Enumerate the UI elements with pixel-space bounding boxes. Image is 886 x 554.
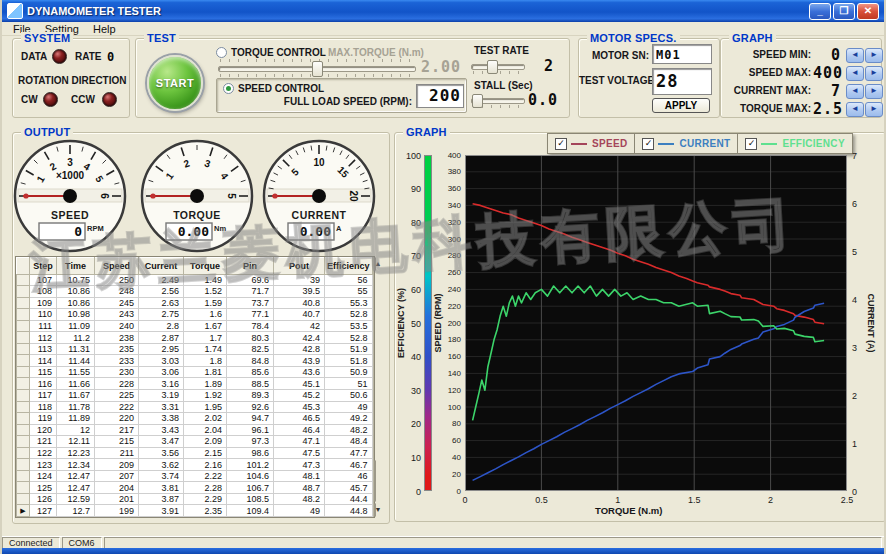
table-row[interactable]: ▶12712.71993.912.35109.44944.8 xyxy=(17,505,373,517)
table-cell: 12.59 xyxy=(57,493,95,505)
table-cell: 11.44 xyxy=(57,355,95,367)
torque-control-radio[interactable] xyxy=(216,47,227,58)
column-header-efficiency[interactable]: Efficiency xyxy=(325,258,373,275)
table-cell: 89.3 xyxy=(227,389,274,401)
table-row[interactable]: 10710.752502.491.4969.63956 xyxy=(17,274,373,286)
table-row[interactable]: 11811.782223.311.9592.645.349 xyxy=(17,401,373,413)
table-row[interactable]: 11010.982432.751.677.140.752.8 xyxy=(17,309,373,321)
table-row[interactable]: 10910.862452.631.5973.740.855.3 xyxy=(17,297,373,309)
menu-help[interactable]: Help xyxy=(86,23,123,35)
stall-slider-thumb[interactable] xyxy=(472,94,483,108)
table-cell: 3.31 xyxy=(139,401,184,413)
spinner-right-arrow[interactable]: ► xyxy=(865,84,883,99)
spinner-left-arrow[interactable]: ◄ xyxy=(846,48,864,63)
axis-tick-label: 240 xyxy=(441,285,461,294)
column-header-pin[interactable]: Pin xyxy=(227,258,274,275)
scroll-up-arrow[interactable]: ▲ xyxy=(374,257,376,271)
legend-checkbox-current[interactable]: ✓ xyxy=(642,138,654,150)
test-rate-slider-thumb[interactable] xyxy=(487,60,498,74)
table-cell: 85.6 xyxy=(227,366,274,378)
table-cell: 222 xyxy=(95,401,139,413)
table-cell: 2.75 xyxy=(139,309,184,321)
graph-settings-group-label: GRAPH xyxy=(729,32,776,44)
svg-text:0: 0 xyxy=(74,224,82,239)
row-selector xyxy=(17,493,30,505)
apply-button[interactable]: APPLY xyxy=(652,98,710,113)
spinner-left-arrow[interactable]: ◄ xyxy=(846,66,864,81)
spinner-right-arrow[interactable]: ► xyxy=(865,66,883,81)
speed-control-radio[interactable] xyxy=(223,83,234,94)
graph-setting-value: 0 xyxy=(813,46,841,64)
table-row[interactable]: 11511.552303.061.8185.643.650.9 xyxy=(17,366,373,378)
table-cell: 235 xyxy=(95,343,139,355)
table-row[interactable]: 10810.862482.561.5271.739.555 xyxy=(17,286,373,298)
column-header-step[interactable]: Step xyxy=(30,258,57,275)
table-row[interactable]: 11311.312352.951.7482.542.851.9 xyxy=(17,343,373,355)
close-button[interactable]: ✕ xyxy=(857,3,879,20)
full-load-speed-display[interactable]: 200 xyxy=(416,84,464,108)
max-torque-slider-thumb[interactable] xyxy=(312,61,323,77)
table-row[interactable]: 11611.662283.161.8988.545.151 xyxy=(17,378,373,390)
test-voltage-field[interactable]: 28 xyxy=(652,68,712,95)
table-cell: 46.4 xyxy=(274,424,325,436)
table-row[interactable]: 11111.092402.81.6778.44253.5 xyxy=(17,320,373,332)
table-cell: 11.66 xyxy=(57,378,95,390)
axis-tick-label: 4 xyxy=(852,295,866,305)
stall-slider[interactable] xyxy=(471,92,525,108)
table-scrollbar[interactable]: ▲ ▼ xyxy=(373,257,374,517)
table-cell: 120 xyxy=(30,424,57,436)
spinner-left-arrow[interactable]: ◄ xyxy=(846,102,864,117)
column-header-current[interactable]: Current xyxy=(139,258,184,275)
scrollbar-thumb[interactable] xyxy=(374,460,376,502)
test-rate-slider[interactable] xyxy=(471,58,525,74)
spinner-right-arrow[interactable]: ► xyxy=(865,48,883,63)
table-cell: 45.7 xyxy=(325,482,373,494)
table-row[interactable]: 12212.232113.562.1598.647.547.7 xyxy=(17,447,373,459)
table-row[interactable]: 11711.672253.191.9289.345.250.6 xyxy=(17,389,373,401)
start-button[interactable]: START xyxy=(147,55,203,111)
table-cell: 2.22 xyxy=(184,470,227,482)
table-row[interactable]: 12312.342093.622.16101.247.346.7 xyxy=(17,459,373,471)
column-header-torque[interactable]: Torque xyxy=(184,258,227,275)
table-cell: 49 xyxy=(274,505,325,517)
graph-settings-group: GRAPH SPEED MIN:0◄►SPEED MAX:400◄►CURREN… xyxy=(720,38,882,118)
column-header-pout[interactable]: Pout xyxy=(274,258,325,275)
column-header-time[interactable]: Time xyxy=(57,258,95,275)
table-cell: 78.4 xyxy=(227,320,274,332)
table-row[interactable]: 120122173.432.0496.146.448.2 xyxy=(17,424,373,436)
axis-tick-label: 200 xyxy=(441,319,461,328)
motor-sn-field[interactable]: M01 xyxy=(652,44,712,64)
chart-plot-area xyxy=(465,155,847,491)
column-header-speed[interactable]: Speed xyxy=(95,258,139,275)
table-row[interactable]: 11911.892203.382.0294.746.549.2 xyxy=(17,413,373,425)
table-cell: 3.81 xyxy=(139,482,184,494)
app-icon xyxy=(7,3,23,19)
results-table[interactable]: StepTimeSpeedCurrentTorquePinPoutEfficie… xyxy=(16,257,373,517)
table-row[interactable]: 12112.112153.472.0997.347.148.4 xyxy=(17,436,373,448)
legend-checkbox-efficiency[interactable]: ✓ xyxy=(745,138,757,150)
axis-tick-label: 320 xyxy=(441,218,461,227)
test-rate-value: 2 xyxy=(544,57,554,75)
table-cell: 42 xyxy=(274,320,325,332)
table-cell: 51.8 xyxy=(325,355,373,367)
spinner-left-arrow[interactable]: ◄ xyxy=(846,84,864,99)
spinner-right-arrow[interactable]: ► xyxy=(865,102,883,117)
table-cell: 3.38 xyxy=(139,413,184,425)
max-torque-slider[interactable] xyxy=(218,59,416,77)
minimize-button[interactable]: _ xyxy=(809,3,831,20)
table-row[interactable]: 11411.442333.031.884.843.951.8 xyxy=(17,355,373,367)
data-label: DATA xyxy=(21,51,47,62)
restore-button[interactable]: ❐ xyxy=(833,3,855,20)
table-cell: 98.6 xyxy=(227,447,274,459)
table-row[interactable]: 12412.472073.742.22104.648.146 xyxy=(17,470,373,482)
table-row[interactable]: 11211.22382.871.780.342.452.8 xyxy=(17,332,373,344)
table-row[interactable]: 12512.472043.812.28106.748.745.7 xyxy=(17,482,373,494)
table-cell: 106.7 xyxy=(227,482,274,494)
table-cell: 11.09 xyxy=(57,320,95,332)
table-row[interactable]: 12612.592013.872.29108.548.244.4 xyxy=(17,493,373,505)
legend-checkbox-speed[interactable]: ✓ xyxy=(555,138,567,150)
axis-tick-label: 180 xyxy=(441,335,461,344)
table-cell: 40.7 xyxy=(274,309,325,321)
scroll-down-arrow[interactable]: ▼ xyxy=(374,503,376,517)
table-cell: 43.9 xyxy=(274,355,325,367)
